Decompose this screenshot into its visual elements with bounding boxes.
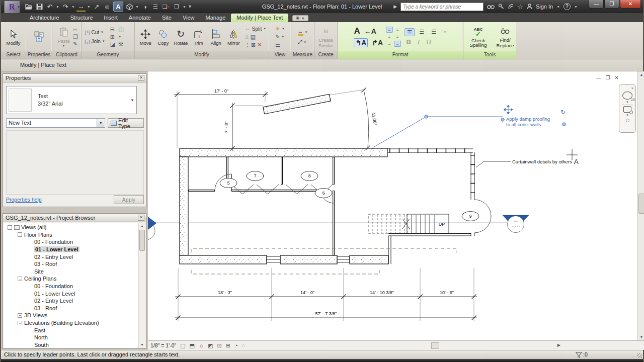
view-panel-label[interactable]: View [269,51,291,59]
align-button[interactable]: Align [208,23,224,50]
apply-button[interactable]: Apply [114,195,144,204]
collapse-icon[interactable]: - [18,321,22,325]
join-geometry-button[interactable]: ◱ Join ▼ [85,39,105,44]
switch-windows-dropdown-icon[interactable]: ▼ [183,5,186,9]
copy-button[interactable]: Copy [155,23,172,50]
save-icon[interactable] [35,2,44,12]
dimension-top[interactable]: 17' - 0" [174,88,268,148]
temporary-hide-icon[interactable]: ◔ [234,342,238,348]
reveal-hidden-icon[interactable]: ◌ [242,342,246,348]
sun-path-icon[interactable]: ☼ [199,342,204,348]
communication-center-icon[interactable] [508,4,514,10]
tree-item-03-roof[interactable]: 03 - Roof [4,305,138,312]
tab-view[interactable]: View [177,14,200,22]
tab-architecture[interactable]: Architecture [24,14,65,22]
measure-tool-icon[interactable]: ↔ [298,29,303,36]
close-hidden-windows-icon[interactable]: ❏× [162,2,171,12]
tab-site[interactable]: Site [156,14,177,22]
search-icon[interactable] [487,4,495,10]
find-replace-button[interactable]: Find/ Replace [496,23,515,50]
scroll-up-icon[interactable]: ▲ [139,223,145,229]
view-visibility-icon[interactable]: ☀ [275,26,280,32]
room-tags[interactable]: 5 7 8 6 9 [220,171,479,221]
create-similar-button[interactable]: ⧈ Create Similar [317,23,334,50]
selected-text-note[interactable]: ↻ Apply damp proofing to all conc. walls [373,105,566,147]
cope-icon[interactable]: ⊟ [110,27,115,32]
leader-top-right-icon[interactable]: ≡ [394,27,401,33]
offset-icon[interactable]: ⊞ [110,34,115,40]
tree-item-north[interactable]: North [4,334,138,341]
navbar-close-icon[interactable]: ✕ [631,86,634,90]
measure-icon[interactable]: ↔ [76,2,86,12]
tree-item-elevations-building-elevation-[interactable]: -Elevations (Building Elevation) [4,319,138,327]
tree-item-03-roof[interactable]: 03 - Roof [4,260,138,268]
close-button[interactable]: ✕ [620,0,641,9]
clipboard-panel-label[interactable]: Clipboard [52,51,81,59]
tab-annotate[interactable]: Annotate [123,14,156,22]
help-dropdown-icon[interactable]: ▼ [574,5,578,9]
redo-dropdown-icon[interactable]: ▼ [71,5,75,9]
list-dropdown-icon[interactable]: ☰▼ [441,30,446,34]
section-icon[interactable]: ◑ [140,2,149,12]
steering-wheel-icon[interactable]: 2D [622,92,632,100]
tools-panel-label[interactable]: Tools [463,51,516,59]
align-center-icon[interactable]: ☰ [417,28,427,36]
visibility-dropdown-icon[interactable]: ▼ [282,27,285,30]
rotate-button[interactable]: ↻ Rotate [173,23,189,50]
elevation-marker-right[interactable] [503,215,529,233]
pin-icon[interactable]: ⊹ [245,42,250,48]
3d-view-dropdown-icon[interactable]: ▼ [135,5,139,9]
default-3d-view-icon[interactable] [125,2,134,12]
show-crop-region-icon[interactable]: ⊞ [226,342,230,349]
properties-close-icon[interactable]: ✕ [138,75,144,81]
check-spelling-button[interactable]: ABC ✓ Check Spelling [465,23,492,50]
curtainwall-note[interactable]: Curtainwall details by others [476,159,572,167]
modify-select-button[interactable]: Modify [5,23,22,50]
tab-insert[interactable]: Insert [98,14,123,22]
wheel-dropdown-icon[interactable]: ▼ [626,101,629,104]
browser-scrollbar[interactable]: ▲ ▼ [138,223,145,348]
paint-icon[interactable]: ◪ [110,42,115,47]
linework-icon[interactable]: ✎ [275,34,280,40]
tree-item-ceiling-plans[interactable]: -Ceiling Plans [4,275,138,283]
leader-top-left-icon[interactable]: ≡ [386,27,393,33]
view-minimize-icon[interactable]: — [596,75,601,80]
dimension-dropdown-icon[interactable]: ▼ [303,41,306,44]
italic-button[interactable]: I [415,38,423,46]
properties-button[interactable] [31,23,47,50]
search-input[interactable] [400,3,484,11]
leader-mid-right-icon[interactable]: ≡ [394,34,401,40]
bold-button[interactable]: B [405,38,413,46]
dimensions-bottom[interactable]: 18' - 3" 14' - 0" 14' - 10 3/8" 10' - 6"… [175,268,477,321]
vertical-scrollbar[interactable]: ▲ ▼ [637,71,644,340]
undo-dropdown-icon[interactable]: ▼ [56,5,59,9]
geometry-more-icon[interactable]: ▼ [118,34,123,40]
tree-item-site[interactable]: Site [4,268,138,276]
switch-windows-icon[interactable]: ❐ [172,2,181,12]
collapse-icon[interactable]: - [18,232,22,237]
infocenter-expand-icon[interactable]: ▶ [393,4,397,9]
dimension-left-vertical[interactable]: 7' - 8" [180,103,263,151]
measure-tool-dropdown-icon[interactable]: ▼ [305,31,308,34]
select-panel-label[interactable]: Select [1,51,26,59]
customize-qat-icon[interactable]: ▼ [188,4,192,9]
tree-item-east[interactable]: East [4,326,138,334]
copy-icon[interactable]: ❐ [73,34,78,40]
restore-button[interactable]: ❐ [604,0,619,9]
properties-palette-header[interactable]: Properties ✕ [3,74,146,82]
align-left-icon[interactable]: ☰ [405,28,415,36]
text-tool-icon[interactable]: A [113,2,123,12]
shadows-icon[interactable]: ◩ [208,342,213,349]
measure-panel-label[interactable]: Measure [291,51,314,59]
canvas-scroll-down-icon[interactable]: ▼ [638,334,644,340]
tree-item-floor-plans[interactable]: -Floor Plans [4,231,138,239]
undo-icon[interactable]: ↶ [45,2,54,12]
crop-view-icon[interactable]: ⊡ [217,342,222,349]
leader-bottom-left-icon[interactable]: ≡ [386,41,393,47]
cutaway-icon[interactable]: ☰ [275,42,280,48]
align-right-icon[interactable]: ☰ [429,28,439,36]
sign-in-label[interactable]: Sign In [536,4,553,10]
tree-item-01-lower-level[interactable]: 01 - Lower Level [4,290,138,297]
cut-geometry-button[interactable]: ◳ Cut ▼ [85,30,105,35]
collapse-icon[interactable]: - [18,277,22,281]
